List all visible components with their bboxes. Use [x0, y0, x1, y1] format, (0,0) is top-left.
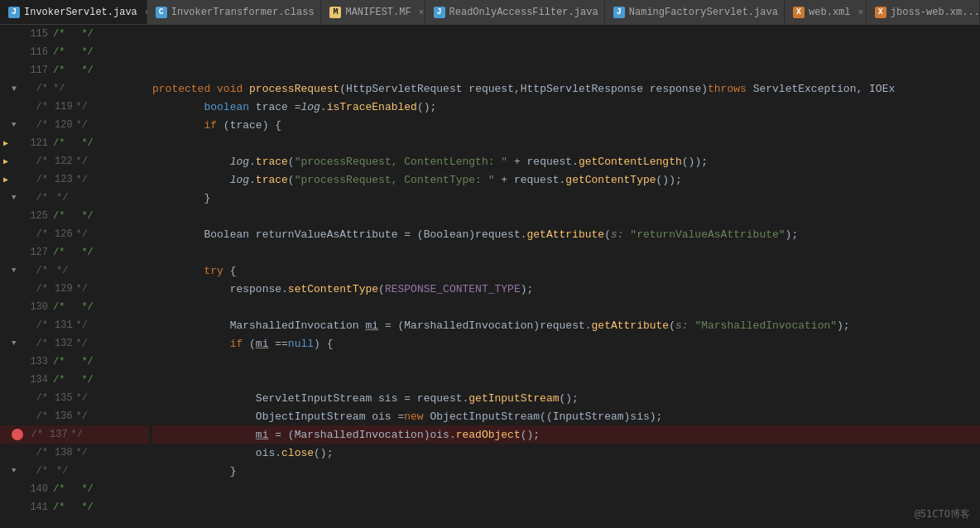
tab-invoker-servlet[interactable]: J InvokerServlet.java × [0, 0, 147, 25]
line-row-124: ▼ /* */ [0, 189, 149, 207]
keyword-null: null [288, 338, 314, 350]
cend-131: */ [73, 319, 88, 331]
code-line-141 [152, 498, 980, 516]
arrow-123: ▶ [0, 175, 12, 185]
cnum-138: 138 [53, 447, 73, 458]
tab-close-button[interactable]: × [419, 7, 425, 17]
str-processrequest-ct: "processRequest, ContentType: " [295, 174, 495, 186]
tab-readonly-filter[interactable]: J ReadOnlyAccessFilter.java × [425, 0, 605, 25]
line-row-130: 130 /* */ [0, 298, 149, 316]
code-line-117 [152, 61, 980, 79]
var-mi-137: mi [256, 429, 269, 441]
cend-122: */ [73, 156, 88, 167]
close-brace-139: } [230, 465, 237, 478]
linenum-134: 134 [22, 374, 53, 386]
tab-web-xml[interactable]: X web.xml × [785, 0, 867, 25]
cnum-123: 123 [53, 174, 73, 185]
code-line-138: ois . close (); [152, 444, 980, 462]
method-readobject: readObject [456, 429, 521, 441]
fold-120[interactable]: ▼ [12, 121, 22, 129]
linenum-141: 141 [22, 502, 53, 513]
type-marshalledinvocation: MarshalledInvocation [230, 319, 359, 332]
linenum-128: /* [22, 265, 53, 276]
tab-jboss-web[interactable]: X jboss-web.xm... [867, 0, 980, 25]
method-getcontenttype: getContentType [565, 174, 656, 186]
tab-invoker-transformer[interactable]: C InvokerTransformer.class × [147, 0, 322, 25]
method-getcontentlength: getContentLength [579, 156, 682, 168]
line-row-135: /* 135 */ [0, 389, 149, 407]
line-row-117: 117 /* */ [0, 61, 149, 79]
cend-123: */ [73, 174, 88, 185]
cend-126: */ [73, 228, 88, 240]
code-line-130 [152, 298, 980, 316]
java-file-icon-2: J [434, 7, 445, 18]
comment-115: /* [53, 28, 65, 40]
cast-marshalled-137: MarshalledInvocation [295, 429, 424, 441]
param-hint-s-131: s: [675, 319, 689, 332]
var-response-129: response [230, 283, 281, 295]
keyword-throws: throws [708, 83, 747, 95]
tab-label: NamingFactoryServlet.java [629, 7, 778, 18]
comment-end-125: */ [81, 210, 93, 222]
comment-end-133: */ [81, 356, 93, 367]
cnum-126: 126 [53, 228, 73, 240]
tab-label: MANIFEST.MF [345, 7, 411, 18]
cast-boolean: Boolean [424, 228, 469, 241]
param-hint-s-126: s: [611, 228, 624, 241]
linenum-138: /* [22, 447, 53, 458]
line-row-129: /* 129 */ [0, 280, 149, 298]
var-ois-138: ois [256, 447, 275, 459]
comment-116: /* [53, 46, 65, 58]
linenum-133: 133 [22, 356, 53, 367]
tab-manifest[interactable]: M MANIFEST.MF × [321, 0, 425, 25]
linenum-140: 140 [22, 483, 53, 495]
method-trace-122: trace [256, 156, 288, 168]
tab-close-button[interactable]: × [858, 7, 864, 17]
fold-124[interactable]: ▼ [12, 194, 22, 202]
linenum-129: /* [22, 283, 53, 295]
line-row-122: ▶ /* 122 */ [0, 152, 149, 170]
tab-naming-factory[interactable]: J NamingFactoryServlet.java × [605, 0, 785, 25]
cend-138: */ [73, 447, 88, 458]
comment-end-118: */ [53, 83, 65, 94]
tab-label: InvokerServlet.java [24, 7, 137, 18]
comment-134: /* [53, 374, 65, 386]
var-log-123: log [230, 174, 249, 186]
cend-135: */ [73, 392, 88, 404]
str-returnvalueasattribute: "returnValueAsAttribute" [630, 228, 785, 241]
fold-132[interactable]: ▼ [12, 339, 22, 348]
line-row-118: ▼ /* */ [0, 79, 149, 98]
line-row-128: ▼ /* */ [0, 262, 149, 280]
line-row-132: ▼ /* 132 */ [0, 334, 149, 353]
linenum-124: /* [22, 192, 53, 204]
cend-136: */ [73, 410, 88, 422]
comment-end-116: */ [81, 46, 93, 58]
cend-132: */ [73, 338, 88, 349]
fold-118[interactable]: ▼ [12, 84, 22, 94]
linenum-130: 130 [22, 301, 53, 313]
comment-130: /* [53, 301, 65, 313]
cend-137: */ [68, 429, 83, 440]
method-setcontenttype: setContentType [288, 283, 378, 295]
code-line-127 [152, 243, 980, 262]
cnum-129: 129 [53, 283, 73, 295]
cnum-136: 136 [53, 410, 73, 422]
linenum-117: 117 [22, 65, 53, 76]
cnum-137: 137 [48, 429, 68, 440]
method-getattribute-126: getAttribute [527, 228, 605, 241]
comment-end-140: */ [81, 483, 93, 495]
fold-139[interactable]: ▼ [12, 467, 22, 475]
watermark: @51CTO博客 [915, 507, 970, 521]
line-row-136: /* 136 */ [0, 407, 149, 425]
fold-128[interactable]: ▼ [12, 266, 22, 275]
method-getattribute-131: getAttribute [592, 319, 670, 332]
line-row-126: /* 126 */ [0, 225, 149, 243]
line-row-141: 141 /* */ [0, 498, 149, 516]
code-line-119: boolean trace = log . isTraceEnabled (); [152, 98, 980, 116]
code-line-126: Boolean returnValueAsAttribute = ( Boole… [152, 225, 980, 243]
code-line-128: try { [152, 262, 980, 280]
comment-end-117: */ [81, 65, 93, 76]
line-row-125: 125 /* */ [0, 207, 149, 225]
linenum-135: /* [22, 392, 53, 404]
line-row-134: 134 /* */ [0, 371, 149, 389]
